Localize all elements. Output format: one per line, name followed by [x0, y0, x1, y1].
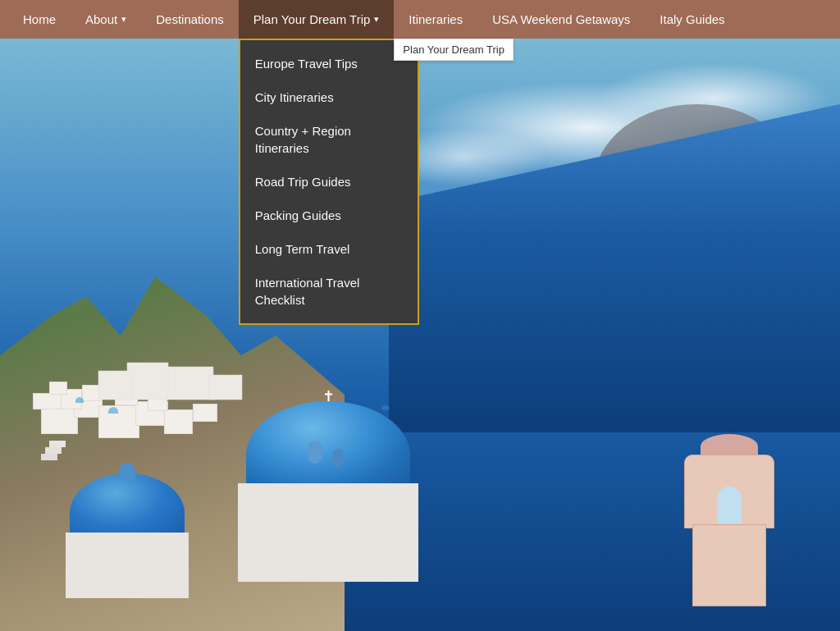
dropdown-road-trip-guides[interactable]: Road Trip Guides [240, 165, 418, 199]
dream-trip-dropdown: Europe Travel Tips City Itineraries Coun… [239, 39, 419, 325]
hero-image: ✝ [0, 39, 840, 631]
nav-home[interactable]: Home [8, 0, 71, 39]
nav-italy-guides[interactable]: Italy Guides [645, 0, 739, 39]
nav-destinations[interactable]: Destinations [141, 0, 239, 39]
dome-large-center: ✝ [238, 418, 418, 582]
bell-tower [684, 442, 774, 606]
itineraries-tooltip: Plan Your Dream Trip [394, 39, 514, 61]
about-chevron-icon: ▾ [121, 14, 126, 25]
nav-about[interactable]: About ▾ [71, 0, 141, 39]
dream-trip-chevron-icon: ▾ [374, 14, 379, 25]
nav-usa-weekend-getaways[interactable]: USA Weekend Getaways [477, 0, 645, 39]
dome-small-left [66, 483, 189, 598]
navbar: Home About ▾ Destinations Plan Your Drea… [0, 0, 840, 39]
svg-point-9 [381, 405, 390, 410]
nav-plan-dream-trip[interactable]: Plan Your Dream Trip ▾ Europe Travel Tip… [239, 0, 395, 39]
sea [389, 104, 840, 432]
dropdown-packing-guides[interactable]: Packing Guides [240, 199, 418, 232]
dropdown-international-travel-checklist[interactable]: International Travel Checklist [240, 266, 418, 317]
white-buildings [33, 319, 262, 483]
dropdown-city-itineraries[interactable]: City Itineraries [240, 80, 418, 114]
dropdown-long-term-travel[interactable]: Long Term Travel [240, 232, 418, 266]
nav-itineraries[interactable]: Itineraries Plan Your Dream Trip [394, 0, 477, 39]
dropdown-europe-travel-tips[interactable]: Europe Travel Tips [240, 47, 418, 80]
dropdown-country-region-itineraries[interactable]: Country + Region Itineraries [240, 114, 418, 165]
